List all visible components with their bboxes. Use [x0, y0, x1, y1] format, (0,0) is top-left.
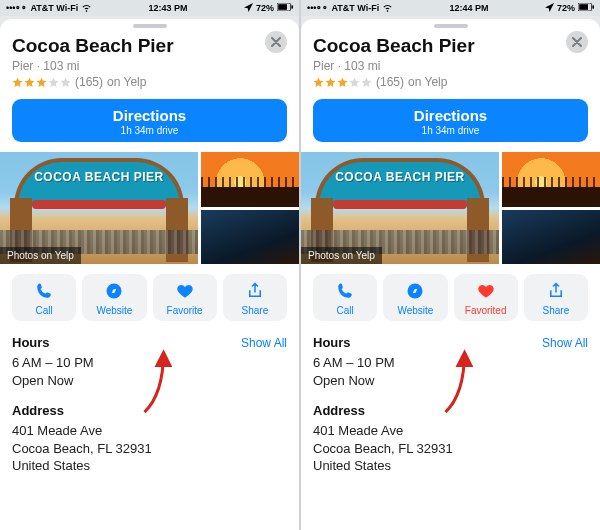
address-text[interactable]: 401 Meade Ave Cocoa Beach, FL 32931 Unit… — [12, 422, 287, 475]
screen-right: •••∘∘ AT&T Wi-Fi 12:44 PM 72% Cocoa Beac… — [301, 0, 600, 530]
directions-label: Directions — [16, 107, 283, 124]
photo-primary[interactable]: COCOA BEACH PIER Photos on Yelp — [0, 152, 198, 264]
place-card: Cocoa Beach Pier Pier · 103 mi (165) on … — [301, 19, 600, 530]
review-source: on Yelp — [408, 75, 447, 89]
hours-title: Hours — [12, 335, 50, 350]
screen-left: •••∘∘ AT&T Wi-Fi 12:43 PM 72% Cocoa Beac… — [0, 0, 299, 530]
address-title: Address — [313, 403, 588, 418]
battery-label: 72% — [256, 3, 274, 13]
show-all-hours-link[interactable]: Show All — [542, 336, 588, 350]
call-button[interactable]: Call — [313, 274, 377, 321]
address-section: Address 401 Meade Ave Cocoa Beach, FL 32… — [12, 403, 287, 475]
hours-range: 6 AM – 10 PM — [12, 354, 287, 372]
heart-icon — [456, 281, 516, 301]
address-text[interactable]: 401 Meade Ave Cocoa Beach, FL 32931 Unit… — [313, 422, 588, 475]
show-all-hours-link[interactable]: Show All — [241, 336, 287, 350]
close-icon — [572, 33, 582, 51]
compass-icon — [385, 281, 445, 301]
wifi-icon — [81, 3, 92, 14]
share-icon — [526, 281, 586, 301]
rating-row[interactable]: (165) on Yelp — [313, 75, 588, 89]
directions-button[interactable]: Directions 1h 34m drive — [12, 99, 287, 142]
phone-icon — [315, 281, 375, 301]
phone-icon — [14, 281, 74, 301]
rating-row[interactable]: (165) on Yelp — [12, 75, 287, 89]
rating-stars — [12, 77, 71, 88]
place-subtitle: Pier · 103 mi — [313, 59, 588, 73]
compass-icon — [84, 281, 144, 301]
website-button[interactable]: Website — [383, 274, 447, 321]
directions-eta: 1h 34m drive — [16, 125, 283, 136]
carrier-label: AT&T Wi-Fi — [30, 3, 78, 13]
photo-strip[interactable]: COCOA BEACH PIER Photos on Yelp — [0, 152, 299, 264]
carrier-label: AT&T Wi-Fi — [331, 3, 379, 13]
clock: 12:43 PM — [149, 3, 188, 13]
battery-label: 72% — [557, 3, 575, 13]
website-button[interactable]: Website — [82, 274, 146, 321]
location-arrow-icon — [545, 3, 554, 14]
review-source: on Yelp — [107, 75, 146, 89]
open-now-label: Open Now — [12, 372, 287, 390]
photo-sign-text: COCOA BEACH PIER — [315, 170, 485, 184]
svg-rect-1 — [278, 4, 287, 10]
address-section: Address 401 Meade Ave Cocoa Beach, FL 32… — [313, 403, 588, 475]
close-icon — [271, 33, 281, 51]
svg-rect-5 — [579, 4, 588, 10]
share-button[interactable]: Share — [223, 274, 287, 321]
directions-label: Directions — [317, 107, 584, 124]
hours-section: Hours Show All 6 AM – 10 PM Open Now — [12, 335, 287, 389]
photo-primary[interactable]: COCOA BEACH PIER Photos on Yelp — [301, 152, 499, 264]
photo-thumb-sunset[interactable] — [502, 152, 600, 207]
place-card: Cocoa Beach Pier Pier · 103 mi (165) on … — [0, 19, 299, 530]
review-count: (165) — [75, 75, 103, 89]
wifi-icon — [382, 3, 393, 14]
rating-stars — [313, 77, 372, 88]
status-bar: •••∘∘ AT&T Wi-Fi 12:44 PM 72% — [301, 0, 600, 16]
photo-thumb-night[interactable] — [201, 210, 299, 265]
directions-button[interactable]: Directions 1h 34m drive — [313, 99, 588, 142]
close-button[interactable] — [265, 31, 287, 53]
photo-strip[interactable]: COCOA BEACH PIER Photos on Yelp — [301, 152, 600, 264]
location-arrow-icon — [244, 3, 253, 14]
photo-source-badge: Photos on Yelp — [0, 247, 81, 264]
svg-rect-6 — [592, 5, 594, 8]
photo-thumb-night[interactable] — [502, 210, 600, 265]
place-title: Cocoa Beach Pier — [313, 35, 588, 57]
close-button[interactable] — [566, 31, 588, 53]
favorite-button[interactable]: Favorite — [153, 274, 217, 321]
action-row: Call Website Favorited Share — [313, 274, 588, 321]
open-now-label: Open Now — [313, 372, 588, 390]
sheet-grabber[interactable] — [133, 24, 167, 28]
heart-icon — [155, 281, 215, 301]
address-title: Address — [12, 403, 287, 418]
directions-eta: 1h 34m drive — [317, 125, 584, 136]
action-row: Call Website Favorite Share — [12, 274, 287, 321]
share-icon — [225, 281, 285, 301]
signal-icon: •••∘∘ — [6, 3, 27, 13]
battery-icon — [277, 3, 293, 13]
place-subtitle: Pier · 103 mi — [12, 59, 287, 73]
photo-source-badge: Photos on Yelp — [301, 247, 382, 264]
photo-sign-text: COCOA BEACH PIER — [14, 170, 184, 184]
review-count: (165) — [376, 75, 404, 89]
sheet-grabber[interactable] — [434, 24, 468, 28]
clock: 12:44 PM — [450, 3, 489, 13]
place-title: Cocoa Beach Pier — [12, 35, 287, 57]
battery-icon — [578, 3, 594, 13]
favorite-button[interactable]: Favorited — [454, 274, 518, 321]
signal-icon: •••∘∘ — [307, 3, 328, 13]
hours-section: Hours Show All 6 AM – 10 PM Open Now — [313, 335, 588, 389]
hours-title: Hours — [313, 335, 351, 350]
share-button[interactable]: Share — [524, 274, 588, 321]
photo-thumb-sunset[interactable] — [201, 152, 299, 207]
call-button[interactable]: Call — [12, 274, 76, 321]
svg-rect-2 — [291, 5, 293, 8]
status-bar: •••∘∘ AT&T Wi-Fi 12:43 PM 72% — [0, 0, 299, 16]
hours-range: 6 AM – 10 PM — [313, 354, 588, 372]
